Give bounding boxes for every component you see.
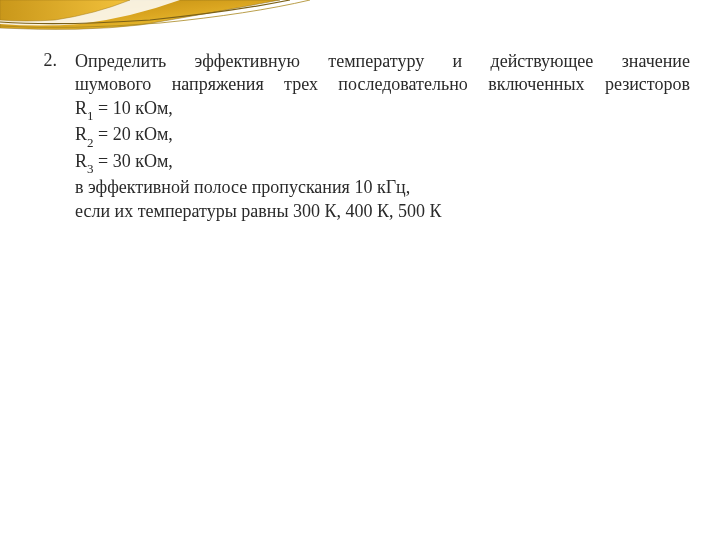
problem-number: 2.	[30, 50, 75, 71]
problem-text: Определить эффективную температуру и дей…	[75, 50, 690, 223]
r3-symbol: R	[75, 151, 87, 171]
problem-r3: R3 = 30 кОм,	[75, 150, 690, 176]
problem-temperatures: если их температуры равны 300 К, 400 К, …	[75, 200, 690, 223]
problem-line-1: Определить эффективную температуру и дей…	[75, 50, 690, 73]
r1-value: = 10 кОм,	[94, 98, 173, 118]
r2-subscript: 2	[87, 135, 94, 150]
problem-r1: R1 = 10 кОм,	[75, 97, 690, 123]
r3-subscript: 3	[87, 161, 94, 176]
r1-symbol: R	[75, 98, 87, 118]
r2-symbol: R	[75, 124, 87, 144]
problem-line-2: шумового напряжения трех последовательно…	[75, 73, 690, 96]
slide-content: 2. Определить эффективную температуру и …	[30, 50, 690, 223]
problem-r2: R2 = 20 кОм,	[75, 123, 690, 149]
problem-bandwidth: в эффективной полосе пропускания 10 кГц,	[75, 176, 690, 199]
r1-subscript: 1	[87, 108, 94, 123]
r2-value: = 20 кОм,	[94, 124, 173, 144]
problem-item: 2. Определить эффективную температуру и …	[30, 50, 690, 223]
r3-value: = 30 кОм,	[94, 151, 173, 171]
